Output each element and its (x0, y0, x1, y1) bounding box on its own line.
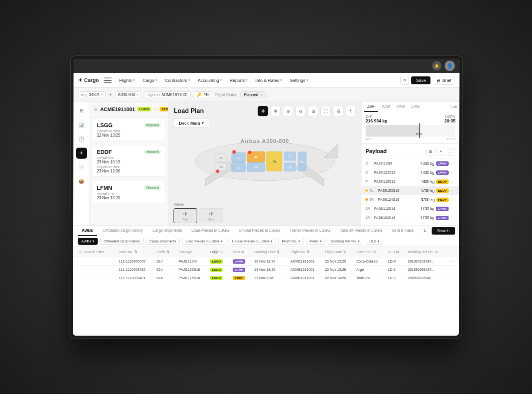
fullscreen-btn[interactable]: ⛶ (320, 106, 331, 116)
col-customer[interactable]: Customer ⊞ (353, 246, 385, 257)
view-thumbnails: ✈ Top ✈ Side (173, 208, 355, 223)
print-btn[interactable]: 🖨 (333, 106, 343, 116)
tab-offloaded[interactable]: Offloaded cargo history (98, 226, 147, 235)
filter-offloaded[interactable]: Offloaded cargo history (100, 237, 144, 244)
filter-uld[interactable]: ULD ▾ (366, 237, 383, 244)
tab-awbs[interactable]: AWBs (77, 226, 97, 235)
tab-cargo-shipments[interactable]: Cargo shipments (148, 226, 186, 235)
dest-badge-eddf: EDDF (436, 188, 449, 192)
col-flight-date[interactable]: Flight Date ⇅ (322, 246, 353, 257)
filter-awb[interactable]: AWBs ▾ (77, 237, 98, 244)
chevron-down-icon: ▾ (92, 239, 94, 243)
id-number-field: 🔑 746 (194, 91, 212, 98)
more-btn[interactable]: ··· (450, 206, 455, 211)
add-payload-btn[interactable]: + (436, 147, 445, 155)
filter-flight-no[interactable]: Flight No. ▾ (278, 237, 303, 244)
grid-btn[interactable]: ⊞ (308, 106, 318, 116)
app-title: Cargo (84, 77, 99, 83)
filter-load-pieces[interactable]: Load Pieces in LSGG ▾ (182, 237, 226, 244)
deck-selector[interactable]: Deck Main ▾ (174, 118, 209, 128)
awb-table: ⊞ Search Filter AWB No. ⇅ Prefix ⇅ Packa… (73, 246, 459, 282)
filter-cargo-shipments[interactable]: Cargo shipments (146, 237, 180, 244)
tab-sent-emails[interactable]: Sent e-mails (388, 226, 417, 235)
refresh-btn[interactable]: ↻ (346, 106, 356, 116)
move-tool-btn[interactable]: ✥ (270, 106, 280, 116)
nav-info-rates[interactable]: Info & Rates ▾ (252, 76, 285, 84)
zoom-out-btn[interactable]: ⊖ (295, 106, 306, 116)
nav-flights[interactable]: Flights ▾ (116, 76, 138, 84)
col-awb[interactable]: AWB No. ⇅ (116, 246, 153, 257)
col-origin[interactable]: Origin ⊞ (207, 246, 230, 257)
chevron-down-icon: ▾ (221, 239, 223, 243)
tab-zvf[interactable]: ZVF (364, 102, 377, 112)
chevron-down-icon: ▾ (133, 78, 134, 82)
more-btn[interactable]: ··· (450, 197, 455, 202)
chevron-down-icon: ▾ (188, 78, 190, 82)
col-booking-date[interactable]: Booking Date ⇅ (251, 246, 287, 257)
sidebar-icon-box[interactable]: 📦 (75, 176, 87, 187)
tab-takeoff-pieces[interactable]: Take off Pieces in LSGG (335, 226, 386, 235)
more-btn[interactable]: ··· (450, 215, 455, 220)
nav-cargo[interactable]: Cargo ▾ (139, 76, 160, 84)
expand-payload-btn[interactable]: ⛶ (447, 147, 455, 155)
sidebar-icon-plane[interactable]: ✈ (75, 148, 87, 159)
sidebar-icon-doc[interactable]: 📄 (75, 162, 87, 173)
tab-transit-pieces[interactable]: Transit Pieces in LSGG (285, 226, 334, 235)
print-icon: 🖨 (436, 78, 441, 82)
search-button[interactable]: Search (431, 227, 455, 234)
refresh-button[interactable]: ↻ (400, 76, 409, 84)
nav-settings[interactable]: Settings ▾ (286, 76, 311, 84)
top-view-thumb[interactable]: ✈ Top (173, 208, 197, 223)
weight-tabs: ZVF TOW TXW LAW Left (361, 102, 459, 112)
flight-id-field[interactable]: Flight ID ACME1911001 (144, 91, 191, 98)
sort-icon: ⇅ (276, 250, 280, 253)
tab-law[interactable]: LAW (408, 102, 422, 112)
reg-field[interactable]: Reg 34521 ▾ (78, 91, 105, 98)
nav-contractors[interactable]: Contractors ▾ (162, 76, 193, 84)
filter-btn[interactable]: ⊞ (426, 147, 435, 155)
sidebar-icon-chart[interactable]: 📊 (76, 119, 87, 130)
add-tool-btn[interactable]: ✚ (258, 106, 268, 116)
save-button[interactable]: Save (411, 76, 431, 84)
col-booking-ref[interactable]: Booking Ref No. ⊞ (405, 246, 446, 257)
back-button[interactable]: ← (94, 105, 98, 113)
nav-accounting[interactable]: Accounting ▾ (194, 76, 225, 84)
refresh-bottom-btn[interactable]: ↻ (420, 226, 429, 235)
chevron-down-icon: ▾ (261, 93, 262, 97)
zoom-in-btn[interactable]: ⊕ (283, 106, 293, 116)
chevron-down-icon: ▾ (220, 78, 222, 82)
chevron-down-icon: ▾ (101, 93, 103, 96)
col-flight-no[interactable]: Flight No. ⇅ (287, 246, 322, 257)
tab-load-pieces[interactable]: Load Pieces in LSGG (187, 226, 233, 235)
sidebar-icon-grid[interactable]: ⊞ (76, 105, 87, 116)
aircraft-type-field[interactable]: A300-600 ▾ (115, 91, 140, 98)
side-view-thumb[interactable]: ✈ Side (199, 208, 223, 223)
tab-unload-pieces[interactable]: Unload Pieces in LSGG (234, 226, 283, 235)
flight-header: ← ACME1911001 LSGG → EDDF → LFMN (90, 102, 168, 117)
filter-unload-pieces[interactable]: Unload Pieces in LSGG ▾ (228, 237, 276, 244)
more-btn[interactable]: ··· (450, 170, 455, 175)
filter-booking-ref[interactable]: Booking Ref No. ▾ (328, 237, 363, 244)
more-btn[interactable]: ··· (450, 179, 455, 184)
notification-icon[interactable]: 🔔 (432, 61, 441, 70)
tab-tow[interactable]: TOW (377, 102, 393, 112)
col-package[interactable]: Package (175, 246, 207, 257)
col-prefix[interactable]: Prefix ⇅ (153, 246, 175, 257)
filter-prefix[interactable]: Prefix ▾ (306, 237, 325, 244)
avatar[interactable]: 👤 (444, 61, 455, 71)
top-bar: 🔔 👤 (73, 59, 459, 73)
sidebar-icon-clock[interactable]: 🕐 (76, 133, 87, 144)
brief-bottom-button[interactable]: 🖨 Brief (457, 226, 459, 235)
aircraft-diagram: Airbus A300-600 4L 1L (168, 130, 361, 200)
more-btn[interactable]: ··· (450, 188, 455, 193)
brief-button[interactable]: 🖨 Brief (433, 76, 455, 84)
payload-row-5r: 5R PAJIII124S16 3700 kg FDDF ··· (361, 195, 459, 204)
nav-reports[interactable]: Reports ▾ (226, 76, 250, 84)
col-uld[interactable]: ULD ⊞ (385, 246, 405, 257)
tab-txw[interactable]: TXW (393, 102, 408, 112)
status-dropdown[interactable]: Planned ▾ (240, 91, 266, 98)
hamburger-menu[interactable] (103, 77, 111, 83)
sub-nav: Reg 34521 ▾ ✈ A300-600 ▾ Flight ID ACME1… (73, 88, 459, 102)
col-dest[interactable]: Dest ⊞ (229, 246, 251, 257)
more-btn[interactable]: ··· (450, 161, 455, 166)
